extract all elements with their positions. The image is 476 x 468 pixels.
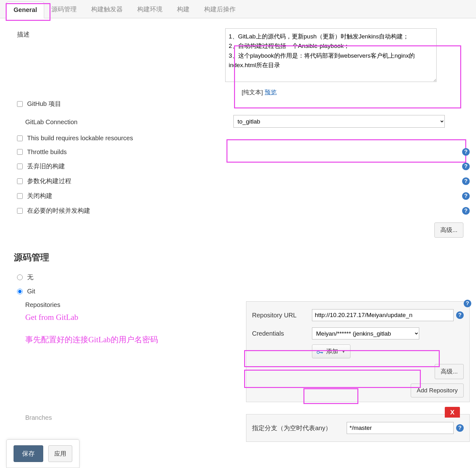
tab-build[interactable]: 构建 xyxy=(170,0,197,18)
github-project-label: GitHub 项目 xyxy=(27,100,470,108)
branches-panel: X 指定分支（为空时代表any） ? xyxy=(246,414,470,442)
key-icon xyxy=(317,349,324,354)
config-tabs: General 源码管理 构建触发器 构建环境 构建 构建后操作 xyxy=(0,0,476,18)
gitlab-connection-label: GitLab Connection xyxy=(25,117,233,126)
save-button[interactable]: 保存 xyxy=(14,445,43,462)
repositories-label: Repositories xyxy=(25,301,246,309)
footer-actions: 保存 应用 xyxy=(6,439,79,468)
scm-none-radio[interactable] xyxy=(17,274,23,280)
apply-button[interactable]: 应用 xyxy=(48,445,72,462)
add-repository-button[interactable]: Add Repository xyxy=(411,384,464,397)
repository-panel: ? Repository URL ? Credentials Meiyan/**… xyxy=(246,301,470,402)
disable-checkbox[interactable] xyxy=(17,193,23,199)
gitlab-connection-select[interactable]: to_gitlab xyxy=(233,115,445,128)
tab-triggers[interactable]: 构建触发器 xyxy=(84,0,130,18)
add-label: 添加 xyxy=(326,347,338,355)
scm-none-label: 无 xyxy=(27,273,33,281)
repo-url-input[interactable] xyxy=(312,309,454,321)
caret-down-icon: ▼ xyxy=(341,349,346,354)
add-credentials-button[interactable]: 添加 ▼ xyxy=(312,344,350,358)
lockable-label: This build requires lockable resources xyxy=(27,135,470,142)
annotation-credentials: 事先配置好的连接GitLab的用户名密码 xyxy=(25,322,246,345)
tab-general[interactable]: General xyxy=(6,2,44,18)
repo-advanced-button[interactable]: 高级... xyxy=(435,364,464,379)
param-checkbox[interactable] xyxy=(17,178,23,184)
disable-label: 关闭构建 xyxy=(27,192,459,200)
delete-branch-button[interactable]: X xyxy=(445,407,460,418)
github-project-row: GitHub 项目 xyxy=(6,96,470,111)
throttle-row: Throttle builds ? xyxy=(6,145,470,159)
repo-url-label: Repository URL xyxy=(252,312,312,319)
concurrent-checkbox[interactable] xyxy=(17,208,23,214)
credentials-select[interactable]: Meiyan/****** (jenkins_gitlab xyxy=(312,327,419,339)
scm-git-row: Git xyxy=(6,285,470,298)
gitlab-connection-row: GitLab Connection to_gitlab xyxy=(6,111,470,131)
discard-row: 丢弃旧的构建 ? xyxy=(6,159,470,174)
branch-spec-label: 指定分支（为空时代表any） xyxy=(252,424,347,432)
help-icon[interactable]: ? xyxy=(462,192,470,200)
description-format-row: [纯文本] 预览 xyxy=(6,88,470,96)
lockable-checkbox[interactable] xyxy=(17,136,23,141)
param-label: 参数化构建过程 xyxy=(27,177,459,185)
throttle-checkbox[interactable] xyxy=(17,149,23,155)
throttle-label: Throttle builds xyxy=(27,148,459,156)
discard-checkbox[interactable] xyxy=(17,164,23,169)
tab-scm[interactable]: 源码管理 xyxy=(44,0,84,18)
scm-git-label: Git xyxy=(27,288,35,295)
help-icon[interactable]: ? xyxy=(456,424,464,432)
disable-row: 关闭构建 ? xyxy=(6,188,470,203)
lockable-row: This build requires lockable resources xyxy=(6,131,470,145)
concurrent-row: 在必要的时候并发构建 ? xyxy=(6,203,470,218)
scm-none-row: 无 xyxy=(6,270,470,285)
credentials-label: Credentials xyxy=(252,330,312,337)
help-icon[interactable]: ? xyxy=(456,311,464,319)
scm-section-title: 源码管理 xyxy=(6,242,470,270)
svg-rect-2 xyxy=(322,352,323,354)
help-icon[interactable]: ? xyxy=(462,148,470,156)
scm-git-radio[interactable] xyxy=(17,289,23,294)
concurrent-label: 在必要的时候并发构建 xyxy=(27,206,459,215)
tab-env[interactable]: 构建环境 xyxy=(130,0,170,18)
advanced-button[interactable]: 高级... xyxy=(434,222,463,238)
description-row: 描述 xyxy=(6,25,470,86)
help-icon[interactable]: ? xyxy=(462,177,470,185)
repositories-block: Repositories Get from GitLab 事先配置好的连接Git… xyxy=(6,298,470,405)
description-label: 描述 xyxy=(17,28,225,39)
repo-url-row: Repository URL ? xyxy=(252,306,464,324)
svg-rect-3 xyxy=(321,352,321,353)
plaintext-label: [纯文本] xyxy=(242,89,263,95)
description-textarea[interactable] xyxy=(225,28,437,82)
help-icon[interactable]: ? xyxy=(462,207,470,215)
annotation-get-from-gitlab: Get from GitLab xyxy=(25,309,246,322)
credentials-row: Credentials Meiyan/****** (jenkins_gitla… xyxy=(252,324,464,343)
help-icon[interactable]: ? xyxy=(464,300,471,307)
discard-label: 丢弃旧的构建 xyxy=(27,162,459,170)
branches-title: Branches xyxy=(25,414,246,421)
preview-link[interactable]: 预览 xyxy=(265,89,277,95)
branch-spec-row: 指定分支（为空时代表any） ? xyxy=(252,419,464,437)
svg-point-0 xyxy=(317,351,320,354)
param-row: 参数化构建过程 ? xyxy=(6,174,470,188)
github-project-checkbox[interactable] xyxy=(17,101,23,107)
help-icon[interactable]: ? xyxy=(462,163,470,170)
tab-postbuild[interactable]: 构建后操作 xyxy=(197,0,243,18)
branch-spec-input[interactable] xyxy=(347,422,454,434)
